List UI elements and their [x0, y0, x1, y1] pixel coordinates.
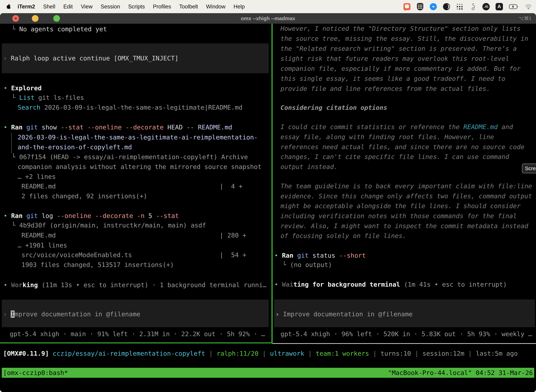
prompt-input-right-text: › Improve documentation in @filename: [275, 310, 412, 318]
chat-app-icon[interactable]: [403, 3, 411, 10]
prompt-input-right[interactable]: › Improve documentation in @filename: [274, 299, 535, 327]
contrast-icon[interactable]: [443, 3, 450, 10]
hook-icon[interactable]: [469, 3, 477, 10]
text-segment: (11m 13s • esc to interrupt) · 1 backgro…: [38, 281, 266, 289]
menu-item-view[interactable]: View: [81, 4, 93, 10]
battery-menu[interactable]: [509, 3, 519, 10]
text-segment: git: [26, 212, 42, 219]
dots-grid-icon[interactable]: [456, 3, 463, 10]
waiting-status: • Waiting for background terminal (1m 41…: [274, 281, 507, 288]
apple-menu[interactable]: [5, 3, 12, 10]
log-stat-voice: src/voice/voiceModeEnabled.ts | 54 +: [21, 251, 246, 259]
text-segment: session:12m: [422, 350, 464, 357]
stat-readme: README.md | 4 +: [21, 182, 243, 190]
text-segment: •: [274, 281, 282, 288]
text-segment: … +1901 lines: [18, 242, 67, 249]
text-segment: [OMX#0.11.9]: [3, 350, 49, 357]
filename-wrap-1: 2026-03-09-is-legal-the-same-as-legitima…: [18, 134, 258, 141]
text-segment: last:5m ago: [476, 350, 518, 357]
right-pane-bottom-border: [272, 343, 536, 344]
reasoning-p1-l6: this single essay, it seems like a good …: [281, 75, 505, 83]
ran-git-status: • Ran git status --short: [274, 252, 366, 259]
commit-line: └ 067f154 (HEAD -> essay/ai-reimplementa…: [12, 153, 248, 161]
text-segment: changes, I can't cite specific file line…: [281, 153, 509, 160]
model-status-line: gpt-5.4 xhigh · 96% left · 520K in · 5.8…: [281, 330, 532, 338]
text-segment: [49, 350, 53, 357]
text-segment: ›: [3, 311, 11, 318]
messenger-icon[interactable]: [430, 3, 437, 10]
log-commit-line: └ 4b9d30f (origin/main, instructkr/main,…: [12, 221, 206, 229]
text-segment: team:1 workers: [316, 350, 369, 357]
text-segment: |: [205, 350, 217, 357]
apple-icon: [6, 3, 12, 10]
text-segment: the "Related research writing" section i…: [281, 45, 517, 52]
text-segment: cczip/essay/ai-reimplementation-copyleft: [53, 350, 205, 357]
prompt-input-left[interactable]: › Improve documentation in @filename: [2, 300, 269, 327]
reasoning-heading: Considering citation options: [281, 104, 387, 112]
text-segment: companion file, especially if more comme…: [281, 65, 521, 72]
menu-item-window[interactable]: Window: [206, 4, 225, 10]
menu-item-help[interactable]: Help: [234, 4, 245, 10]
menu-item-profiles[interactable]: Profiles: [153, 4, 171, 10]
text-segment: 5: [148, 212, 156, 219]
explored-search: Search 2026-03-09-is-legal-the-same-as-l…: [18, 104, 243, 111]
menubar-status-icons: ..61 A: [403, 3, 536, 10]
reasoning-p3-l1: The team guideline is to back every impo…: [281, 182, 532, 190]
text-segment: ting for background terminal: [293, 281, 400, 288]
wifi-menu[interactable]: [525, 3, 532, 10]
menu-item-scripts[interactable]: Scripts: [128, 4, 145, 10]
menu-item-edit[interactable]: Edit: [63, 4, 73, 10]
text-segment: turns:10: [381, 350, 411, 357]
lightning-circle-icon: [430, 3, 437, 10]
menu-item-session[interactable]: Session: [100, 4, 120, 10]
reasoning-p3-l4: including verification notes with those …: [281, 212, 517, 220]
reasoning-p3-l6: of focusing solely on file lines.: [281, 232, 406, 240]
tmux-status-bar: [omx-cczip0:bash* "MacBook-Pro-44.local"…: [2, 368, 534, 378]
text-segment: show: [42, 124, 61, 131]
explored-header: • Explored: [4, 84, 42, 92]
log-stat-readme: README.md | 280 +: [21, 232, 246, 239]
commit-line-2: companion analysis without altering the …: [18, 163, 262, 171]
text-segment: the source tree, missing the essay. Stil…: [281, 35, 528, 42]
reasoning-p2-l1: I could cite commit statistics or refere…: [281, 123, 513, 131]
text-segment: Ran: [11, 124, 26, 131]
reasoning-p3-l2: evidence. Since this change only affects…: [281, 192, 532, 200]
a-square-icon[interactable]: A: [496, 3, 503, 10]
text-segment: |: [411, 350, 422, 357]
reasoning-p1-l1: However, I noticed the "Directory Struct…: [281, 25, 521, 33]
screen-overlay-button[interactable]: Scre: [522, 163, 536, 173]
text-segment: --short: [339, 252, 366, 259]
explored-list: └ List git ls-files: [12, 94, 84, 102]
title-bar[interactable]: omx --xhigh --madmax ⌥⌘1: [0, 13, 536, 24]
battery-percent-badge[interactable]: ..61: [482, 3, 490, 10]
text-segment: Considering citation options: [281, 104, 387, 111]
menu-item-shell[interactable]: Shell: [43, 4, 55, 10]
text-segment: ›: [3, 55, 11, 62]
text-segment: ralph:11/20: [217, 350, 258, 357]
menu-bar: iTerm2ShellEditViewSessionScriptsProfile…: [0, 0, 536, 13]
text-segment: (1m 41s • esc to interrupt): [400, 281, 507, 288]
tmux-session-label[interactable]: [omx-cczip0:bash*: [3, 369, 68, 376]
text-segment: git: [297, 252, 312, 259]
text-segment: 2026-03-09-is-legal-the-same-as-legitima…: [18, 134, 258, 141]
shield-grid-icon[interactable]: [416, 3, 424, 10]
text-segment: •: [4, 124, 11, 131]
pane-divider[interactable]: [272, 24, 273, 343]
text-segment: ultrawork: [270, 350, 304, 357]
ran-git-log: • Ran git log --oneline --decorate -n 5 …: [4, 212, 179, 220]
text-segment: 1903 files changed, 513517 insertions(+): [21, 261, 174, 268]
text-segment: Ran: [11, 212, 26, 219]
menu-item-toolbelt[interactable]: Toolbelt: [179, 4, 198, 10]
reasoning-p1-l7: provide file and line references from th…: [281, 85, 490, 93]
reasoning-p2-l5: output instead.: [281, 163, 338, 171]
reasoning-p1-l4: slight risk that future readers may over…: [281, 55, 509, 62]
ralph-loop-box: › Ralph loop active continue [OMX_TMUX_I…: [2, 43, 269, 73]
reasoning-p1-l3: the "Related research writing" section i…: [281, 45, 517, 52]
text-segment: |: [464, 350, 476, 357]
no-output-line: └ (no output): [282, 261, 332, 269]
ran-git-show: • Ran git show --stat --oneline --decora…: [4, 123, 232, 131]
window-shortcut-label: ⌥⌘1: [519, 13, 531, 24]
reasoning-p1-l2: the source tree, missing the essay. Stil…: [281, 35, 528, 42]
menu-item-iterm2[interactable]: iTerm2: [18, 4, 35, 10]
text-segment: --oneline --decorate -n: [57, 212, 148, 219]
